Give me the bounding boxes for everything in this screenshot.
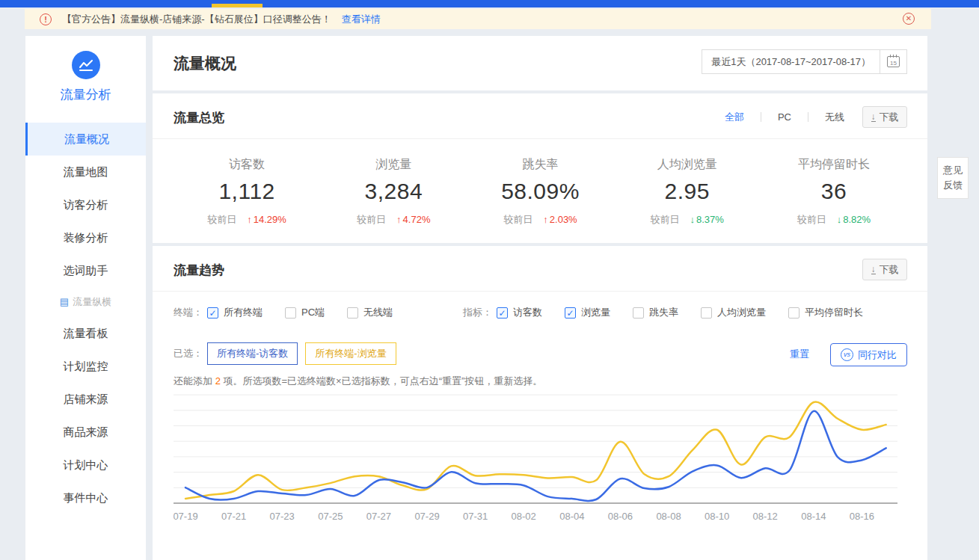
checkbox-visitors[interactable]: 访客数: [497, 306, 542, 319]
change-badge: 8.82%: [837, 214, 871, 225]
section-title-overview: 流量总览: [174, 109, 224, 126]
date-range-text: 最近1天（2017-08-17~2017-08-17）: [702, 55, 880, 69]
checkbox-icon: [497, 307, 508, 319]
change-badge: 4.72%: [396, 214, 430, 225]
checkbox-icon: [347, 307, 358, 319]
selected-row: 已选： 所有终端-访客数 所有终端-浏览量: [174, 342, 404, 365]
checkbox-icon: [285, 307, 296, 319]
feedback-button[interactable]: 意见 反馈: [937, 157, 969, 199]
announcement-detail-link[interactable]: 查看详情: [342, 13, 381, 26]
checkbox-icon: [565, 307, 576, 319]
checkbox-pages-per-visit[interactable]: 人均浏览量: [701, 306, 766, 319]
checkbox-icon: [788, 307, 800, 319]
tab-all[interactable]: 全部: [723, 111, 746, 124]
announcement-text: 【官方公告】流量纵横-店铺来源-【钻石展位】口径调整公告！: [62, 13, 331, 26]
svg-text:08-08: 08-08: [656, 511, 681, 522]
divider: [761, 112, 761, 122]
change-badge: 14.29%: [247, 214, 286, 225]
peer-compare-button[interactable]: vs 同行对比: [830, 343, 907, 366]
sidebar-section-traffic-matrix[interactable]: ▤流量纵横: [25, 287, 146, 317]
download-icon: ↓: [871, 265, 876, 274]
checkbox-pageviews[interactable]: 浏览量: [565, 306, 610, 319]
sidebar-item-product-source[interactable]: 商品来源: [25, 416, 146, 449]
svg-text:08-06: 08-06: [608, 511, 633, 522]
svg-text:07-19: 07-19: [174, 511, 198, 522]
svg-text:07-23: 07-23: [270, 511, 295, 522]
tab-wireless[interactable]: 无线: [823, 111, 846, 124]
calendar-button[interactable]: 15: [880, 50, 906, 73]
divider: [153, 138, 927, 139]
overview-controls: 全部 PC 无线 ↓下载: [723, 106, 907, 128]
checkbox-all-terminals[interactable]: 所有终端: [207, 306, 263, 319]
sidebar: 流量分析 流量概况 流量地图 访客分析 装修分析 选词助手 ▤流量纵横 流量看板…: [25, 36, 146, 560]
terminal-group-label: 终端：: [174, 306, 203, 319]
trend-controls: ↓下载: [862, 259, 907, 280]
svg-text:08-12: 08-12: [753, 511, 778, 522]
sidebar-brand: 流量分析: [25, 36, 146, 103]
section-title-trend: 流量趋势: [174, 262, 224, 279]
checkbox-icon: [633, 307, 644, 319]
page-header-card: 流量概况 最近1天（2017-08-17~2017-08-17） 15: [153, 36, 927, 90]
sidebar-item-traffic-overview[interactable]: 流量概况: [25, 123, 146, 156]
traffic-trend-card: 流量趋势 ↓下载 终端： 所有终端 PC端 无线端 指标： 访客数 浏览量 跳失…: [153, 246, 927, 560]
vs-icon: vs: [841, 348, 853, 361]
svg-text:08-04: 08-04: [559, 511, 584, 522]
sidebar-item-plan-center[interactable]: 计划中心: [25, 449, 146, 481]
divider: [808, 112, 808, 122]
svg-text:07-31: 07-31: [463, 511, 488, 522]
sidebar-item-traffic-board[interactable]: 流量看板: [25, 317, 146, 350]
stat-visitors: 访客数 1,112 较前日14.29%: [174, 157, 320, 227]
tab-pc[interactable]: PC: [776, 111, 793, 123]
selected-tag-visitors[interactable]: 所有终端-访客数: [207, 342, 298, 365]
checkbox-wireless-terminal[interactable]: 无线端: [347, 306, 393, 319]
traffic-overview-card: 流量总览 全部 PC 无线 ↓下载 访客数 1,112 较前日14.29% 浏览…: [153, 93, 927, 243]
warning-icon: !: [40, 13, 52, 25]
sidebar-title: 流量分析: [25, 86, 146, 103]
calendar-icon: 15: [887, 56, 900, 67]
date-range-picker[interactable]: 最近1天（2017-08-17~2017-08-17） 15: [702, 49, 907, 74]
selected-label: 已选：: [174, 347, 203, 360]
download-button[interactable]: ↓下载: [862, 259, 907, 280]
top-nav-bar: [0, 0, 979, 7]
sidebar-item-event-center[interactable]: 事件中心: [25, 481, 146, 514]
svg-text:07-29: 07-29: [414, 511, 439, 522]
svg-text:07-25: 07-25: [318, 511, 343, 522]
sidebar-item-decoration-analysis[interactable]: 装修分析: [25, 221, 146, 254]
sidebar-item-shop-source[interactable]: 店铺来源: [25, 383, 146, 416]
svg-text:08-02: 08-02: [512, 511, 536, 522]
change-badge: 8.37%: [690, 214, 724, 225]
download-button[interactable]: ↓下载: [862, 106, 907, 128]
checkbox-icon: [207, 307, 218, 319]
sidebar-item-visitor-analysis[interactable]: 访客分析: [25, 188, 146, 221]
checkbox-bounce-rate[interactable]: 跳失率: [633, 306, 678, 319]
change-badge: 2.03%: [543, 214, 577, 225]
reset-link[interactable]: 重置: [790, 348, 809, 361]
sidebar-item-word-assistant[interactable]: 选词助手: [25, 254, 146, 287]
sidebar-item-plan-monitor[interactable]: 计划监控: [25, 350, 146, 383]
trend-chart[interactable]: 07-1907-2107-2307-2507-2707-2907-3108-02…: [174, 393, 910, 529]
svg-text:07-21: 07-21: [221, 511, 246, 522]
stat-bounce-rate: 跳失率 58.09% 较前日2.03%: [467, 157, 613, 227]
svg-text:07-27: 07-27: [366, 511, 391, 522]
metric-group: 指标： 访客数 浏览量 跳失率 人均浏览量 平均停留时长: [463, 306, 886, 319]
close-icon[interactable]: ✕: [903, 13, 915, 25]
divider: [153, 291, 927, 292]
selection-note: 还能添加 2 项。所选项数=已选终端数×已选指标数，可点右边“重置”按钮，重新选…: [174, 375, 542, 388]
sidebar-item-traffic-map[interactable]: 流量地图: [25, 156, 146, 188]
selected-tag-pageviews[interactable]: 所有终端-浏览量: [305, 342, 396, 365]
line-chart: 07-1907-2107-2307-2507-2707-2907-3108-02…: [174, 393, 910, 526]
overview-stats: 访客数 1,112 较前日14.29% 浏览量 3,284 较前日4.72% 跳…: [174, 157, 907, 227]
checkbox-pc-terminal[interactable]: PC端: [285, 306, 325, 319]
active-nav-indicator: [212, 4, 263, 7]
metric-group-label: 指标：: [463, 306, 492, 319]
svg-text:08-16: 08-16: [850, 511, 874, 522]
checkbox-icon: [701, 307, 712, 319]
checkbox-avg-stay-time[interactable]: 平均停留时长: [788, 306, 863, 319]
download-icon: ↓: [871, 113, 876, 122]
svg-text:08-14: 08-14: [801, 511, 826, 522]
announcement-bar: ! 【官方公告】流量纵横-店铺来源-【钻石展位】口径调整公告！ 查看详情 ✕: [25, 9, 931, 29]
stat-pages-per-visit: 人均浏览量 2.95 较前日8.37%: [614, 157, 761, 227]
line-chart-icon: [72, 51, 100, 79]
book-icon: ▤: [60, 287, 69, 317]
stat-avg-stay-time: 平均停留时长 36 较前日8.82%: [761, 157, 907, 227]
